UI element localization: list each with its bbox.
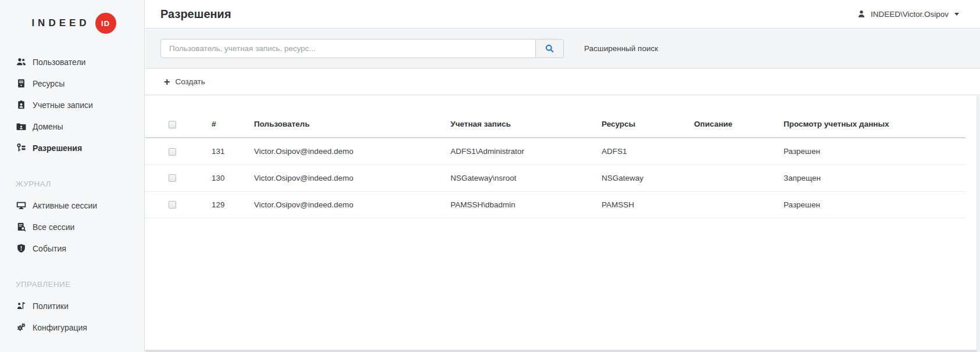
monitor-icon xyxy=(16,200,26,211)
create-button[interactable]: + Создать xyxy=(164,77,205,87)
sidebar-item-label: Домены xyxy=(33,122,63,131)
document-search-icon xyxy=(16,222,26,232)
sidebar-item-accounts[interactable]: Учетные записи xyxy=(0,94,144,116)
user-icon xyxy=(857,9,866,19)
column-header-description: Описание xyxy=(694,95,784,138)
sidebar-item-domains[interactable]: Домены xyxy=(0,116,144,137)
sidebar-item-active-sessions[interactable]: Активные сессии xyxy=(0,195,144,216)
sidebar-item-label: Пользователи xyxy=(33,58,85,67)
sidebar-item-resources[interactable]: Ресурсы xyxy=(0,73,144,94)
brand-logo-badge: ID xyxy=(95,13,116,34)
sidebar-item-configuration[interactable]: Конфигурация xyxy=(0,317,144,338)
table-row[interactable]: 131 Victor.Osipov@indeed.demo ADFS1\Admi… xyxy=(145,138,965,164)
column-header-account: Учетная запись xyxy=(450,95,602,138)
sidebar-item-label: Учетные записи xyxy=(33,100,93,110)
sidebar: INDEED ID Пользователи Ресурсы Учетные з… xyxy=(0,0,145,352)
sidebar-item-label: События xyxy=(33,244,66,253)
create-button-label: Создать xyxy=(176,77,205,86)
search-group xyxy=(160,39,564,58)
cell-credential: Запрещен xyxy=(784,164,965,191)
row-checkbox[interactable] xyxy=(169,174,176,182)
search-icon xyxy=(545,44,555,53)
cell-num: 129 xyxy=(203,191,254,218)
cell-description xyxy=(694,138,784,164)
main-area: Разрешения INDEED\Victor.Osipov Расширен… xyxy=(145,0,980,352)
sidebar-item-users[interactable]: Пользователи xyxy=(0,51,144,73)
cell-user: Victor.Osipov@indeed.demo xyxy=(254,164,450,191)
gears-icon xyxy=(16,322,26,333)
brand-logo-text: INDEED xyxy=(28,17,90,29)
table-header-row: # Пользователь Учетная запись Ресурсы Оп… xyxy=(145,95,965,138)
column-header-num: # xyxy=(203,95,254,138)
sidebar-nav: Пользователи Ресурсы Учетные записи Доме… xyxy=(0,51,144,338)
column-header-credential: Просмотр учетных данных xyxy=(784,95,965,138)
sidebar-item-label: Политики xyxy=(33,301,69,311)
user-name: INDEED\Victor.Osipov xyxy=(871,10,949,19)
cell-num: 131 xyxy=(203,138,254,164)
brand-logo: INDEED ID xyxy=(0,0,144,34)
table-row[interactable]: 129 Victor.Osipov@indeed.demo PAMSSH\dba… xyxy=(145,191,965,218)
users-icon xyxy=(16,57,26,67)
search-button[interactable] xyxy=(536,39,564,58)
sidebar-item-policies[interactable]: Политики xyxy=(0,295,144,317)
cell-account: NSGateway\nsroot xyxy=(450,164,602,191)
sidebar-item-label: Конфигурация xyxy=(33,323,87,332)
sidebar-section-journal: ЖУРНАЛ xyxy=(0,173,144,195)
chevron-down-icon xyxy=(954,13,959,16)
search-input[interactable] xyxy=(160,39,536,58)
plus-icon: + xyxy=(164,77,170,87)
select-all-checkbox[interactable] xyxy=(169,121,176,128)
sidebar-item-label: Разрешения xyxy=(33,143,82,153)
cell-user: Victor.Osipov@indeed.demo xyxy=(254,138,450,164)
permissions-table: # Пользователь Учетная запись Ресурсы Оп… xyxy=(145,95,965,218)
key-list-icon xyxy=(16,143,26,153)
row-checkbox[interactable] xyxy=(169,201,176,209)
cell-description xyxy=(694,191,784,218)
horizontal-scrollbar[interactable] xyxy=(145,350,977,352)
user-menu[interactable]: INDEED\Victor.Osipov xyxy=(857,9,959,19)
advanced-search-link[interactable]: Расширенный поиск xyxy=(584,44,658,53)
cell-resource: PAMSSH xyxy=(602,191,694,218)
folder-user-icon xyxy=(16,121,26,132)
cell-user: Victor.Osipov@indeed.demo xyxy=(254,191,450,218)
page-title: Разрешения xyxy=(160,8,231,21)
cell-num: 130 xyxy=(203,164,254,191)
cell-resource: NSGateway xyxy=(602,164,694,191)
cell-credential: Разрешен xyxy=(784,191,965,218)
sidebar-item-events[interactable]: События xyxy=(0,238,144,259)
table-panel: # Пользователь Учетная запись Ресурсы Оп… xyxy=(145,95,980,352)
title-bar: Разрешения INDEED\Victor.Osipov xyxy=(145,0,980,28)
sidebar-item-label: Активные сессии xyxy=(33,201,97,210)
column-header-resource: Ресурсы xyxy=(602,95,694,138)
sidebar-item-all-sessions[interactable]: Все сессии xyxy=(0,216,144,238)
cell-credential: Разрешен xyxy=(784,138,965,164)
device-icon xyxy=(16,78,26,89)
action-toolbar: + Создать xyxy=(145,69,980,95)
vertical-scrollbar[interactable] xyxy=(977,96,980,352)
table-row[interactable]: 130 Victor.Osipov@indeed.demo NSGateway\… xyxy=(145,164,965,191)
search-band: Расширенный поиск xyxy=(145,28,980,69)
row-checkbox[interactable] xyxy=(169,148,176,156)
cell-resource: ADFS1 xyxy=(602,138,694,164)
column-header-user: Пользователь xyxy=(254,95,450,138)
cell-account: PAMSSH\dbadmin xyxy=(450,191,602,218)
sidebar-item-permissions[interactable]: Разрешения xyxy=(0,137,144,159)
cell-account: ADFS1\Administrator xyxy=(450,138,602,164)
sidebar-section-management: УПРАВЛЕНИЕ xyxy=(0,274,144,295)
cell-description xyxy=(694,164,784,191)
policy-flag-icon xyxy=(16,301,26,311)
sidebar-item-label: Ресурсы xyxy=(33,79,65,88)
id-badge-icon xyxy=(16,100,26,110)
shield-alert-icon xyxy=(16,243,26,254)
sidebar-item-label: Все сессии xyxy=(33,222,74,232)
